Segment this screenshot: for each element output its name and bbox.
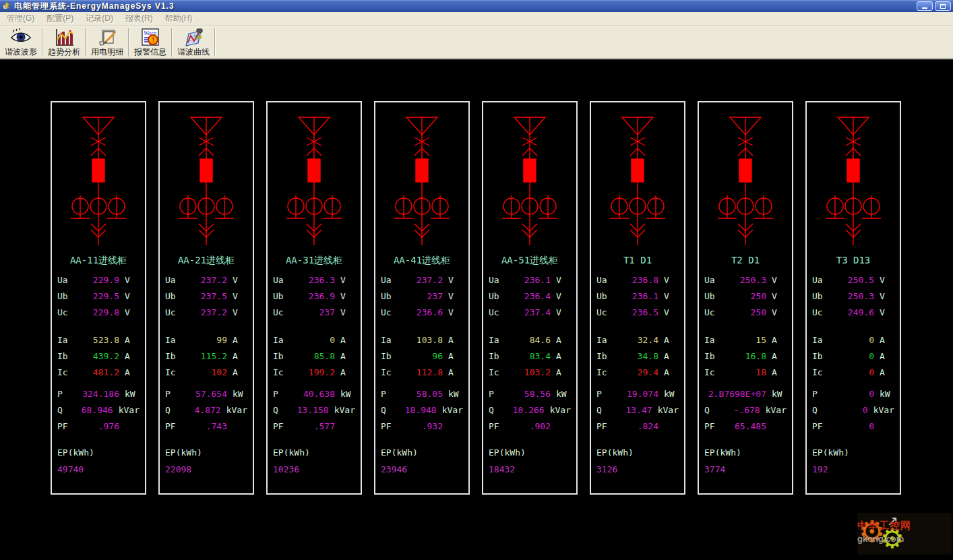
ib-row: Ib83.4A (489, 348, 571, 365)
q-row: Q4.872kVar (165, 402, 247, 418)
feeder-panel: T2 D1 Ua250.3VUb250VUc250V Ia15AIb16.8AI… (698, 101, 793, 495)
energy-group: EP(kWh) 22098 (165, 445, 247, 478)
measure-value: 229.8 (93, 305, 119, 321)
gkong-watermark: ↗ ⚙ ⚙ 中华工控网 gkong.com (857, 513, 952, 555)
pf-row: PF0 (812, 418, 894, 435)
measure-label: Q (165, 402, 171, 418)
measure-label: Ib (596, 348, 607, 365)
measure-unit: kW (443, 386, 463, 402)
q-row: Q13.47kVar (596, 402, 679, 418)
measure-label: Ic (596, 365, 607, 381)
power-group: P58.05kWQ18.948kVarPF.932 (381, 386, 463, 435)
menu-item-config[interactable]: 配置(P) (40, 11, 80, 26)
measure-unit: A (874, 348, 894, 365)
menu-item-help[interactable]: 帮助(H) (159, 11, 199, 26)
voltage-group: Ua236.3VUb236.9VUc237V (273, 272, 355, 321)
measure-unit: V (551, 272, 571, 288)
menu-item-manage[interactable]: 管理(G) (1, 11, 40, 26)
ua-row: Ua237.2V (381, 272, 463, 288)
measure-unit: kVar (113, 402, 140, 418)
measure-value: 237.5 (201, 288, 227, 305)
minimize-button[interactable] (917, 1, 933, 11)
measure-label: Ib (489, 348, 499, 365)
measure-unit: kVar (329, 402, 355, 418)
measure-value: 32.4 (638, 332, 658, 348)
ib-row: Ib115.2A (165, 348, 247, 365)
measure-value: 237.4 (524, 305, 551, 321)
toolbar-button-harmonic-curve[interactable]: 谐波曲线 (173, 26, 214, 59)
uc-row: Uc237.4V (489, 305, 571, 321)
ia-row: Ia15A (704, 332, 787, 348)
measure-unit: V (658, 272, 679, 288)
measure-value: 0 (869, 332, 874, 348)
pf-row: PF65.485 (704, 418, 787, 435)
measure-label: Ia (273, 332, 284, 348)
measure-unit: V (335, 305, 355, 321)
ic-row: Ic102A (165, 365, 247, 381)
measure-value: 85.8 (314, 348, 335, 365)
measure-value: 229.9 (93, 272, 119, 288)
measure-unit: V (335, 288, 355, 305)
measure-label: Ib (273, 348, 284, 365)
measure-unit: V (658, 305, 679, 321)
measure-value: 249.6 (848, 305, 874, 321)
q-row: Q10.266kVar (489, 402, 571, 418)
toolbar-button-power-detail[interactable]: 用电明细 (86, 26, 128, 59)
measure-label: PF (812, 418, 823, 435)
measure-value: 236.6 (417, 305, 443, 321)
voltage-group: Ua236.8VUb236.1VUc236.5V (596, 272, 679, 321)
toolbar-button-trend-analysis[interactable]: 趋势分析 (43, 26, 85, 59)
menu-item-report[interactable]: 报表(R) (119, 11, 159, 26)
measure-label: P (812, 386, 818, 402)
measure-label: PF (381, 418, 392, 435)
power-group: P40.638kWQ13.158kVarPF.577 (273, 386, 355, 435)
titlebar[interactable]: 电能管理系统-EnergyManageSys V1.3 (0, 0, 953, 12)
measure-unit (658, 418, 679, 435)
energy-group: EP(kWh) 10236 (273, 445, 355, 478)
measure-unit: kW (227, 386, 247, 402)
scroll-pencil-icon (97, 28, 117, 47)
energy-label: EP(kWh) (381, 445, 463, 461)
measure-label: Q (57, 402, 63, 418)
measure-unit: A (119, 332, 140, 348)
p-row: P324.186kW (57, 386, 140, 402)
measure-label: Ic (57, 365, 68, 381)
client-area: AA-11进线柜 Ua229.9VUb229.5VUc229.8V Ia523.… (0, 60, 953, 560)
measure-unit: A (658, 365, 679, 381)
ua-row: Ua236.3V (273, 272, 355, 288)
measure-value: 115.2 (201, 348, 227, 365)
p-row: P57.654kW (165, 386, 247, 402)
feeder-panel: AA-21进线柜 Ua237.2VUb237.5VUc237.2V Ia99AI… (158, 101, 254, 495)
ic-row: Ic103.2A (489, 365, 571, 381)
energy-value: 3774 (704, 461, 787, 478)
ub-row: Ub236.1V (596, 288, 679, 305)
measure-label: Ia (812, 332, 823, 348)
maximize-button[interactable] (935, 1, 951, 11)
ia-row: Ia99A (165, 332, 247, 348)
measure-value: 250.3 (848, 288, 874, 305)
single-line-diagram (596, 108, 679, 247)
measure-label: Q (812, 402, 818, 418)
toolbar-button-alarm-info[interactable]: Warn!报警信息 (129, 26, 171, 59)
voltage-group: Ua229.9VUb229.5VUc229.8V (57, 272, 140, 321)
toolbar: 谐波波形趋势分析用电明细Warn!报警信息谐波曲线 (0, 26, 953, 60)
measure-unit (766, 418, 787, 435)
measure-unit: kW (874, 386, 894, 402)
measure-value: 481.2 (93, 365, 119, 381)
measure-label: P (165, 386, 171, 402)
ia-row: Ia0A (812, 332, 894, 348)
energy-group: EP(kWh) 3774 (704, 445, 787, 478)
measure-value: 0 (869, 418, 874, 435)
power-group: P19.074kWQ13.47kVarPF.824 (596, 386, 679, 435)
uc-row: Uc236.6V (381, 305, 463, 321)
measure-label: Ia (381, 332, 392, 348)
menu-item-record[interactable]: 记录(D) (80, 11, 119, 26)
q-row: Q18.948kVar (381, 402, 463, 418)
single-line-diagram (489, 108, 571, 247)
ua-row: Ua236.1V (489, 272, 571, 288)
measure-value: 250.3 (740, 272, 766, 288)
measure-label: PF (489, 418, 499, 435)
energy-label: EP(kWh) (704, 445, 787, 461)
toolbar-button-harmonic-wave[interactable]: 谐波波形 (0, 26, 42, 59)
measure-value: 84.6 (530, 332, 551, 348)
